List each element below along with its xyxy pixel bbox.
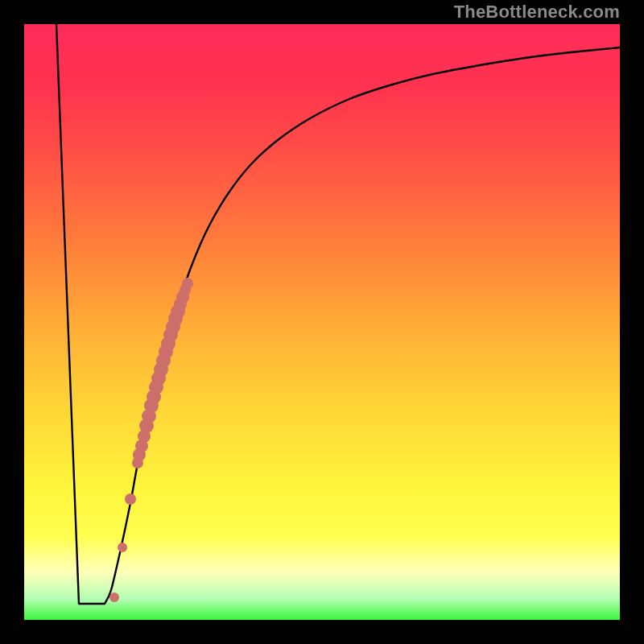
- highlight-marker: [118, 543, 127, 552]
- highlight-marker: [109, 592, 119, 602]
- plot-area: [24, 24, 620, 620]
- chart-frame: TheBottleneck.com: [0, 0, 644, 644]
- bottleneck-curve: [56, 24, 620, 604]
- highlight-markers: [109, 278, 193, 602]
- highlight-marker: [125, 493, 136, 505]
- highlight-marker: [182, 278, 193, 289]
- curve-svg: [24, 24, 620, 620]
- watermark-label: TheBottleneck.com: [454, 2, 620, 23]
